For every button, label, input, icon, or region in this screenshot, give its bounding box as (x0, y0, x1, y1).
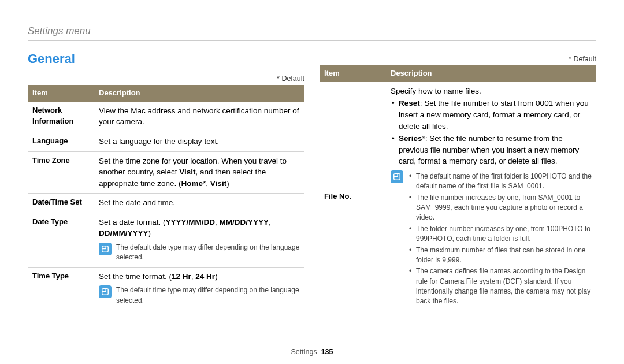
divider (28, 40, 596, 41)
note-icon (99, 243, 112, 255)
default-note-left: * Default (28, 75, 304, 83)
settings-table-right: Item Description File No. Specify how to… (320, 65, 596, 312)
footer-section: Settings (291, 348, 317, 356)
list-item: Reset: Set the file number to start from… (391, 98, 592, 132)
col-header-item: Item (320, 65, 386, 82)
list-item: Series*: Set the file number to resume f… (391, 133, 592, 167)
note-box: The default date type may differ dependi… (99, 243, 300, 263)
left-column: General * Default Item Description Netwo… (28, 51, 304, 312)
list-item: The camera defines file names according … (408, 266, 592, 307)
item-label: File No. (320, 82, 386, 312)
note-text: The default time type may differ dependi… (116, 285, 300, 306)
table-row: Time ZoneSet the time zone for your loca… (28, 151, 304, 194)
note-text: The default name of the first folder is … (408, 170, 592, 308)
description-intro: Specify how to name files. (391, 86, 592, 97)
table-row: Date TypeSet a date format. (YYYY/MM/DD,… (28, 213, 304, 267)
item-label: Network Information (28, 102, 94, 132)
default-note-right: * Default (320, 55, 596, 63)
item-description: Set the time zone for your location. Whe… (94, 151, 304, 194)
item-label: Language (28, 132, 94, 151)
note-text: The default date type may differ dependi… (116, 243, 300, 263)
content-columns: General * Default Item Description Netwo… (28, 51, 596, 312)
list-item: The file number increases by one, from S… (408, 193, 592, 223)
item-description: Specify how to name files. Reset: Set th… (386, 82, 596, 312)
item-label: Date/Time Set (28, 194, 94, 213)
item-description: View the Mac address and network certifi… (94, 102, 304, 132)
item-label: Time Zone (28, 151, 94, 194)
table-row: File No. Specify how to name files. Rese… (320, 82, 596, 312)
col-header-desc: Description (386, 65, 596, 82)
table-row: Network InformationView the Mac address … (28, 102, 304, 132)
note-icon (391, 170, 403, 183)
right-column: * Default Item Description File No. Spec… (320, 51, 596, 312)
section-title: General (28, 51, 304, 66)
list-item: The folder number increases by one, from… (408, 224, 592, 244)
item-label: Time Type (28, 267, 94, 310)
table-row: Time TypeSet the time format. (12 Hr, 24… (28, 267, 304, 310)
col-header-desc: Description (94, 85, 304, 102)
breadcrumb: Settings menu (28, 25, 596, 37)
list-item: The maximum number of files that can be … (408, 246, 592, 266)
description-list: Reset: Set the file number to start from… (391, 98, 592, 166)
item-label: Date Type (28, 213, 94, 267)
table-row: LanguageSet a language for the display t… (28, 132, 304, 151)
item-description: Set the time format. (12 Hr, 24 Hr)The d… (94, 267, 304, 310)
item-description: Set the date and time. (94, 194, 304, 213)
list-item: The default name of the first folder is … (408, 172, 592, 192)
settings-table-left: Item Description Network InformationView… (28, 85, 304, 310)
footer-page: 135 (321, 348, 333, 356)
note-icon (99, 285, 112, 298)
item-description: Set a language for the display text. (94, 132, 304, 151)
col-header-item: Item (28, 85, 94, 102)
note-box: The default time type may differ dependi… (99, 285, 300, 306)
item-description: Set a date format. (YYYY/MM/DD, MM/DD/YY… (94, 213, 304, 267)
page-footer: Settings 135 (0, 348, 624, 356)
table-row: Date/Time SetSet the date and time. (28, 194, 304, 213)
note-box: The default name of the first folder is … (391, 170, 592, 308)
